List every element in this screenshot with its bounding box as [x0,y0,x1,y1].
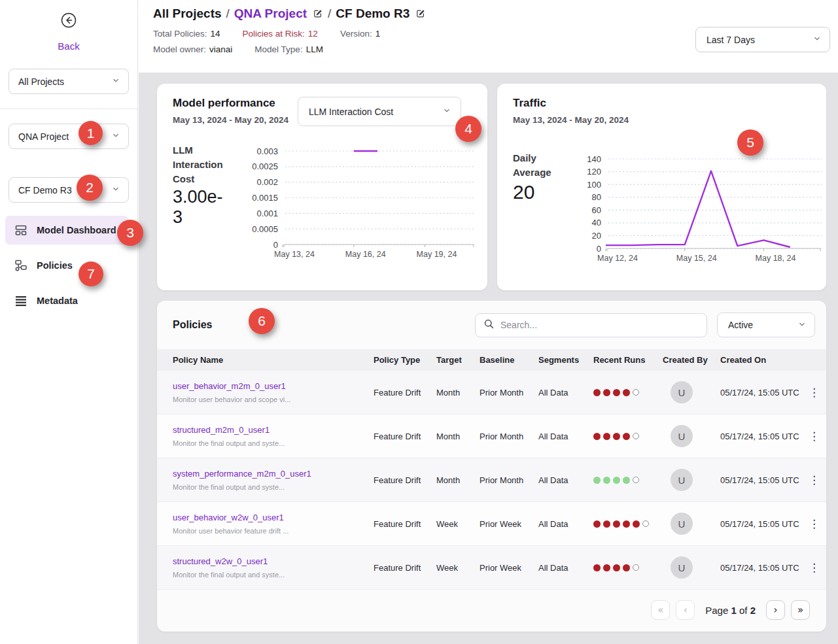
project-select[interactable]: QNA Project [9,124,129,149]
policy-name-link[interactable]: user_behavior_w2w_0_user1 [173,513,364,522]
model-select[interactable]: CF Demo R3 [9,177,129,203]
run-dot-filled [593,564,601,571]
total-policies-stat: Total Policies:14 [153,29,220,39]
run-dot-filled [603,520,610,528]
metric-name-label: LLM Interaction Cost [173,143,236,186]
chevron-down-icon [442,106,451,117]
created-by-cell: U [653,425,710,447]
run-dot-filled [623,389,630,396]
metric-big-value: 3.00e-3 [173,187,225,228]
svg-text:May 15, 24: May 15, 24 [676,254,717,263]
sidebar-item-model-dashboard[interactable]: Model Dashboard [5,216,128,245]
back-icon[interactable] [60,12,77,31]
edit-project-icon[interactable] [313,8,323,19]
svg-text:100: 100 [587,180,601,190]
created-by-cell: U [653,469,710,491]
policy-name-link[interactable]: user_behavior_m2m_0_user1 [173,381,364,391]
kebab-menu-icon[interactable]: ⋮ [809,387,820,398]
policy-type-cell: Feature Drift [364,519,427,529]
recent-runs-cell [584,477,653,484]
avatar: U [671,513,693,535]
policy-name-link[interactable]: structured_m2m_0_user1 [173,425,364,435]
model-performance-card: Model performance May 13, 2024 - May 20,… [157,84,487,290]
svg-text:May 18, 24: May 18, 24 [756,254,796,263]
svg-text:0.003: 0.003 [256,146,278,156]
status-filter-select[interactable]: Active [717,313,815,337]
col-created-on: Created On [710,355,802,365]
policy-name-link[interactable]: structured_w2w_0_user1 [173,556,364,566]
policy-type-cell: Feature Drift [364,475,427,485]
col-baseline: Baseline [470,355,529,365]
svg-text:May 12, 24: May 12, 24 [597,254,638,263]
search-input[interactable] [500,320,699,330]
target-cell: Month [427,388,470,398]
target-cell: Week [427,519,470,529]
segments-cell: All Data [529,519,584,529]
model-select-value: CF Demo R3 [18,185,72,195]
svg-text:0.002: 0.002 [256,177,278,187]
back-button[interactable]: Back [0,41,137,52]
callout-badge-4: 4 [455,116,481,142]
pagination-first-button[interactable]: « [651,600,670,620]
row-actions-cell: ⋮ [802,475,826,486]
created-on-cell: 05/17/24, 15:05 UTC [710,388,802,398]
policy-type-cell: Feature Drift [364,432,427,441]
row-actions-cell: ⋮ [802,562,826,573]
breadcrumb-separator: / [226,7,230,21]
run-dot-filled [613,520,620,528]
run-dot-filled [603,477,610,484]
callout-badge-3: 3 [117,220,143,246]
policy-name-link[interactable]: system_performance_m2m_0_user1 [173,469,364,479]
chevron-down-icon [111,184,120,195]
chevron-down-icon [797,320,807,331]
recent-runs-cell [584,433,653,440]
segments-cell: All Data [529,388,584,398]
policies-search[interactable] [475,313,707,337]
policies-at-risk-stat: Policies at Risk:12 [243,29,318,39]
run-dot-empty [633,389,639,396]
sidebar-item-policies[interactable]: Policies [5,251,128,280]
run-dot-filled [593,520,601,528]
policy-name-cell: system_performance_m2m_0_user1Monitor th… [157,469,364,491]
segments-cell: All Data [529,432,584,441]
policy-name-cell: structured_w2w_0_user1Monitor the final … [157,556,364,579]
policy-description: Monitor the final output and syste... [173,483,364,491]
created-by-cell: U [653,381,710,403]
col-recent-runs: Recent Runs [584,355,653,365]
run-dot-filled [633,520,640,528]
svg-text:0: 0 [597,244,601,254]
callout-badge-2: 2 [77,175,103,201]
svg-text:0.001: 0.001 [256,209,278,218]
breadcrumb-project[interactable]: QNA Project [234,7,307,21]
policy-name-cell: user_behavior_m2m_0_user1Monitor user be… [157,381,364,403]
run-dot-empty [633,564,639,571]
row-actions-cell: ⋮ [802,518,826,530]
pagination-last-button[interactable]: » [791,600,810,620]
run-dot-filled [603,564,610,571]
kebab-menu-icon[interactable]: ⋮ [809,518,820,530]
policies-table-body: user_behavior_m2m_0_user1Monitor user be… [157,371,826,590]
edit-model-icon[interactable] [415,8,426,19]
run-dot-filled [603,433,610,440]
kebab-menu-icon[interactable]: ⋮ [809,431,820,442]
date-range-select[interactable]: Last 7 Days [695,27,830,52]
svg-text:0.0025: 0.0025 [252,161,278,171]
run-dot-filled [623,477,630,484]
pagination: « ‹ Page 1 of 2 › » [157,590,826,632]
pagination-next-button[interactable]: › [766,600,785,620]
daily-average-value: 20 [513,181,576,204]
sidebar-item-metadata[interactable]: Metadata [5,286,128,315]
row-actions-cell: ⋮ [802,387,826,398]
kebab-menu-icon[interactable]: ⋮ [809,562,820,573]
breadcrumb-all-projects[interactable]: All Projects [153,7,222,21]
pagination-prev-button[interactable]: ‹ [676,600,695,620]
baseline-cell: Prior Week [470,563,529,573]
all-projects-select[interactable]: All Projects [9,69,129,94]
sidebar-divider [0,109,137,109]
svg-text:20: 20 [592,231,601,241]
search-icon [483,318,495,332]
metric-select[interactable]: LLM Interaction Cost [298,97,461,126]
sidebar: Back All Projects QNA Project CF Demo R3… [0,0,138,644]
created-on-cell: 05/17/24, 15:05 UTC [710,563,802,573]
kebab-menu-icon[interactable]: ⋮ [809,475,820,486]
